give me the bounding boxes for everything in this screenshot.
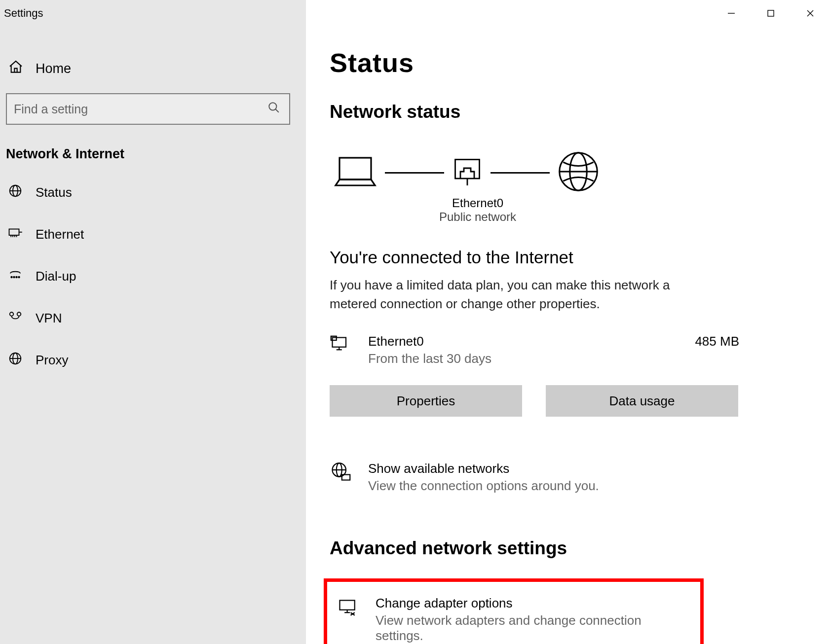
proxy-icon	[8, 351, 23, 369]
sidebar-item-label: Status	[36, 185, 72, 200]
minimize-button[interactable]	[712, 0, 751, 27]
sidebar-item-label: Proxy	[36, 353, 68, 368]
globe-icon	[8, 183, 23, 202]
sidebar-item-dialup[interactable]: Dial-up	[0, 255, 306, 297]
svg-point-14	[18, 277, 20, 278]
settings-window: Settings Home	[0, 0, 830, 644]
svg-point-12	[13, 277, 15, 278]
connection-row: Ethernet0 From the last 30 days 485 MB	[330, 334, 739, 366]
sidebar-item-vpn[interactable]: VPN	[0, 297, 306, 339]
sidebar-item-proxy[interactable]: Proxy	[0, 339, 306, 381]
svg-point-15	[10, 312, 14, 316]
svg-rect-5	[9, 229, 19, 236]
svg-rect-24	[340, 158, 371, 179]
search-icon	[267, 101, 280, 117]
ethernet-icon	[8, 225, 23, 244]
home-icon	[8, 59, 24, 78]
search-input[interactable]	[14, 102, 282, 116]
show-networks-title: Show available networks	[368, 461, 599, 476]
svg-point-11	[11, 277, 12, 278]
diagram-line	[385, 172, 444, 174]
window-title: Settings	[4, 7, 43, 20]
monitor-ethernet-icon	[330, 334, 351, 358]
maximize-button[interactable]	[751, 0, 791, 27]
advanced-heading: Advanced network settings	[330, 538, 806, 559]
diagram-line	[490, 172, 550, 174]
connected-body: If you have a limited data plan, you can…	[330, 276, 705, 313]
sidebar-section-title: Network & Internet	[0, 125, 306, 172]
adapter-icon	[337, 596, 359, 621]
svg-rect-25	[455, 160, 480, 179]
data-usage-value: 485 MB	[695, 334, 739, 349]
svg-point-13	[16, 277, 17, 278]
sidebar-item-label: VPN	[36, 311, 62, 326]
page-title: Status	[330, 47, 806, 78]
diagram-connection-name: Ethernet0	[330, 196, 626, 210]
show-networks-link[interactable]: Show available networks View the connect…	[330, 461, 806, 494]
window-controls	[712, 0, 830, 27]
connected-heading: You're connected to the Internet	[330, 248, 806, 267]
sidebar-item-label: Ethernet	[36, 227, 84, 242]
connection-name: Ethernet0	[368, 334, 491, 349]
vpn-icon	[8, 309, 23, 327]
home-label: Home	[36, 61, 71, 76]
sidebar-item-ethernet[interactable]: Ethernet	[0, 214, 306, 255]
data-usage-button[interactable]: Data usage	[546, 385, 738, 417]
svg-rect-30	[333, 338, 346, 347]
globe-monitor-icon	[330, 461, 351, 485]
svg-rect-38	[340, 601, 355, 610]
laptop-icon	[332, 154, 379, 191]
show-networks-subtitle: View the connection options around you.	[368, 478, 599, 494]
svg-point-0	[269, 103, 276, 110]
ethernet-port-icon	[450, 154, 485, 191]
svg-rect-21	[768, 10, 774, 16]
sidebar-item-status[interactable]: Status	[0, 172, 306, 214]
search-input-wrap[interactable]	[6, 93, 290, 125]
sidebar: Settings Home	[0, 0, 306, 644]
dialup-icon	[8, 267, 23, 286]
highlight-annotation: Change adapter options View network adap…	[324, 578, 704, 644]
diagram-connection-type: Public network	[330, 210, 626, 224]
network-status-heading: Network status	[330, 102, 806, 122]
home-nav[interactable]: Home	[0, 44, 306, 93]
internet-globe-icon	[556, 149, 601, 196]
sidebar-item-label: Dial-up	[36, 269, 76, 284]
network-diagram	[332, 149, 806, 196]
svg-line-1	[275, 109, 279, 112]
change-adapter-link[interactable]: Change adapter options View network adap…	[337, 596, 690, 644]
connection-subtitle: From the last 30 days	[368, 351, 491, 366]
titlebar: Settings	[0, 0, 306, 27]
svg-point-16	[17, 312, 21, 316]
main-panel: Status Network status	[306, 0, 830, 644]
change-adapter-title: Change adapter options	[376, 596, 690, 611]
change-adapter-subtitle: View network adapters and change connect…	[376, 613, 690, 644]
close-button[interactable]	[791, 0, 830, 27]
properties-button[interactable]: Properties	[330, 385, 522, 417]
